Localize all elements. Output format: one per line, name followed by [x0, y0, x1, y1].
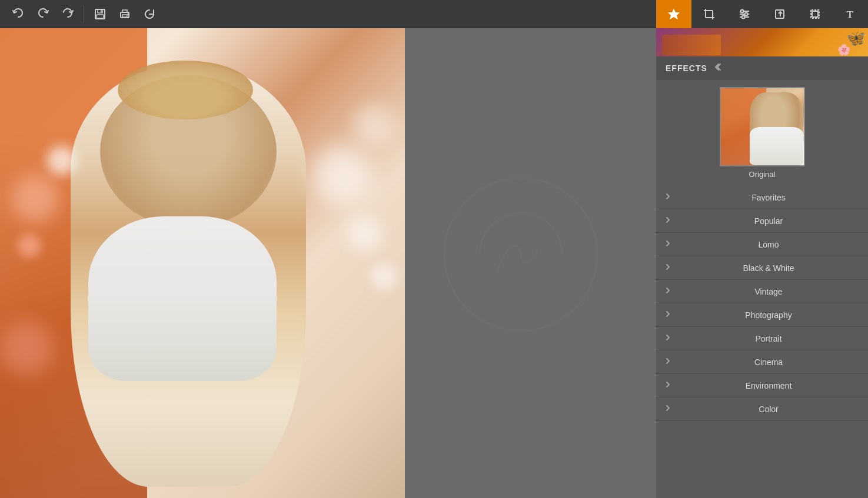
effect-name-vintage: Vintage	[679, 287, 859, 296]
effect-item-color[interactable]: Color	[656, 397, 868, 421]
svg-point-17	[745, 13, 748, 16]
effect-item-cinema[interactable]: Cinema	[656, 350, 868, 374]
tab-export[interactable]	[762, 0, 797, 28]
main-photo	[0, 28, 405, 498]
effect-item-vintage[interactable]: Vintage	[656, 280, 868, 303]
photo-canvas	[0, 28, 405, 498]
panel-banner: 🦋 🌸	[656, 28, 868, 56]
back-icon[interactable]	[712, 62, 723, 75]
chevron-icon-lomo	[666, 240, 670, 249]
rotate-button[interactable]	[138, 3, 161, 25]
right-panel-tabs: T	[656, 0, 868, 28]
right-panel: 🦋 🌸 EFFECTS	[656, 28, 868, 498]
effect-item-lomo[interactable]: Lomo	[656, 233, 868, 256]
bokeh-4	[347, 216, 383, 252]
baby-hair	[118, 61, 253, 119]
effect-name-environment: Environment	[679, 381, 859, 390]
svg-text:T: T	[847, 9, 853, 19]
effect-name-lomo: Lomo	[679, 240, 859, 249]
effects-header: EFFECTS	[656, 56, 868, 80]
chevron-icon-environment	[666, 381, 670, 390]
svg-point-16	[741, 10, 744, 13]
banner-color-block	[662, 35, 721, 55]
effect-name-portrait: Portrait	[679, 334, 859, 343]
effect-item-black-white[interactable]: Black & White	[656, 256, 868, 280]
save-button[interactable]	[89, 3, 111, 25]
bokeh-5	[18, 234, 41, 258]
panel-banner-image: 🦋 🌸	[656, 28, 868, 56]
flower-decoration: 🌸	[837, 44, 850, 56]
undo-step-button[interactable]	[32, 3, 54, 25]
baby-outfit	[88, 216, 277, 381]
effect-name-cinema: Cinema	[679, 357, 859, 367]
effect-item-portrait[interactable]: Portrait	[656, 327, 868, 350]
effect-name-photography: Photography	[679, 310, 859, 320]
effects-list: FavoritesPopularLomoBlack & WhiteVintage…	[656, 186, 868, 498]
main-content: 🦋 🌸 EFFECTS	[0, 28, 868, 498]
effect-name-color: Color	[679, 405, 859, 414]
chevron-icon-portrait	[666, 334, 670, 343]
effect-name-black-white: Black & White	[679, 263, 859, 273]
thumb-image	[721, 88, 804, 165]
tab-effects[interactable]	[656, 0, 691, 28]
chevron-icon-photography	[666, 310, 670, 319]
svg-rect-2	[97, 15, 104, 18]
bokeh-7	[0, 322, 53, 375]
redo-button[interactable]	[56, 3, 79, 25]
chevron-icon-black-white	[666, 263, 670, 272]
effect-name-popular: Popular	[679, 216, 859, 226]
tab-layers[interactable]	[797, 0, 833, 28]
effect-name-favorites: Favorites	[679, 193, 859, 202]
toolbar-divider-1	[84, 6, 84, 22]
svg-marker-8	[668, 9, 680, 19]
svg-rect-5	[122, 15, 127, 17]
svg-point-6	[127, 14, 128, 15]
bokeh-3	[312, 146, 371, 205]
svg-point-18	[742, 16, 745, 19]
effect-item-environment[interactable]: Environment	[656, 374, 868, 397]
svg-rect-22	[812, 11, 818, 17]
bokeh-6	[353, 105, 394, 146]
original-section: Original	[656, 80, 868, 186]
bokeh-8	[371, 263, 397, 290]
effects-title: EFFECTS	[666, 63, 707, 73]
bokeh-1	[12, 175, 59, 222]
tab-adjust[interactable]	[727, 0, 762, 28]
chevron-icon-cinema	[666, 357, 670, 366]
canvas-area	[0, 28, 656, 498]
thumb-white	[750, 127, 804, 166]
tab-crop[interactable]	[691, 0, 727, 28]
bokeh-2	[47, 146, 77, 175]
main-toolbar: T	[0, 0, 868, 28]
tab-text[interactable]: T	[833, 0, 868, 28]
chevron-icon-vintage	[666, 287, 670, 296]
undo-button[interactable]	[7, 3, 29, 25]
effect-item-popular[interactable]: Popular	[656, 209, 868, 233]
chevron-icon-popular	[666, 216, 670, 225]
effect-item-favorites[interactable]: Favorites	[656, 186, 868, 209]
original-label: Original	[749, 170, 776, 179]
print-button[interactable]	[114, 3, 136, 25]
effect-item-photography[interactable]: Photography	[656, 303, 868, 327]
app-watermark	[433, 166, 609, 343]
chevron-icon-favorites	[666, 193, 670, 202]
original-thumbnail[interactable]	[720, 87, 805, 166]
chevron-icon-color	[666, 405, 670, 413]
